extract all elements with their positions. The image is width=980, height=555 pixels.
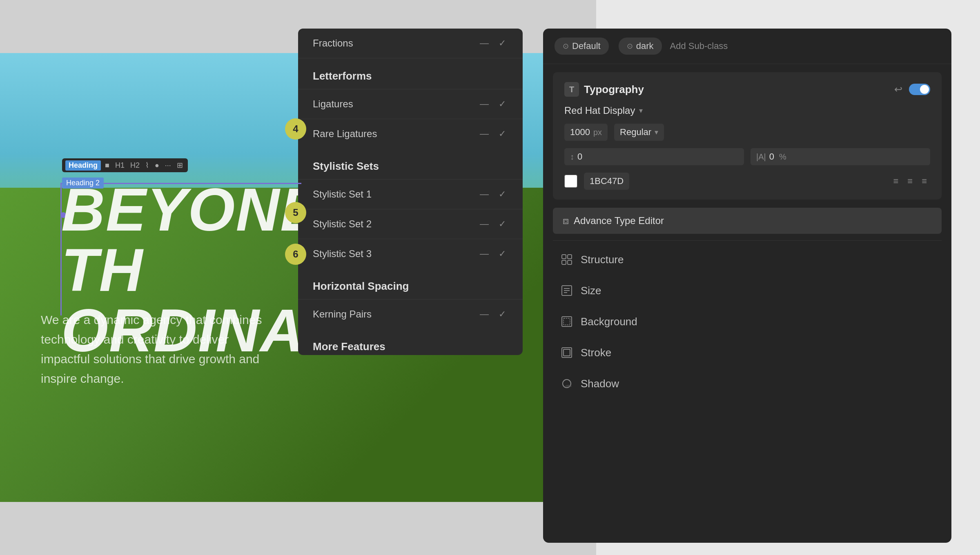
element-heading-tag: Heading 2 (62, 178, 104, 189)
kerning-pairs-item[interactable]: Kerning Pairs — ✓ (298, 299, 523, 329)
sidebar-item-stroke[interactable]: Stroke (553, 337, 942, 368)
fractions-minus[interactable]: — (479, 38, 490, 49)
svg-rect-3 (568, 260, 572, 264)
font-size-unit: px (593, 128, 602, 137)
stylistic-set-2-label: Stylistic Set 2 (313, 218, 479, 230)
add-subclass-button[interactable]: Add Sub-class (670, 41, 728, 51)
spacing-row: ↕ 0 |A| 0 % (564, 148, 930, 165)
stylistic-set-2-item[interactable]: Stylistic Set 2 — ✓ (298, 209, 523, 239)
toolbar-heading-label: Heading (65, 160, 101, 171)
fractions-row[interactable]: Fractions — ✓ (298, 29, 523, 58)
typography-card: T Typography ↩ Red Hat Display ▾ 1000 px… (553, 72, 942, 200)
sidebar-item-size[interactable]: Size (553, 275, 942, 306)
ligatures-item[interactable]: Ligatures — ✓ (298, 89, 523, 119)
font-weight-chevron[interactable]: ▾ (655, 128, 658, 137)
fractions-label: Fractions (313, 38, 479, 49)
kerning-pairs-label: Kerning Pairs (313, 309, 479, 320)
toolbar-settings-button[interactable]: ⊞ (175, 160, 185, 171)
typography-card-header: T Typography ↩ (564, 82, 930, 97)
toolbar-style-button[interactable]: ■ (103, 160, 111, 171)
selection-left-border (60, 183, 62, 315)
ss3-minus[interactable]: — (479, 249, 490, 259)
font-name-row[interactable]: Red Hat Display ▾ (564, 105, 930, 116)
toolbar-more-button[interactable]: ··· (163, 160, 173, 171)
align-center-button[interactable]: ≡ (904, 174, 916, 188)
toolbar-h1-button[interactable]: H1 (114, 160, 126, 171)
letter-spacing-unit: % (779, 152, 786, 162)
kp-minus[interactable]: — (479, 309, 490, 320)
ss1-minus[interactable]: — (479, 189, 490, 200)
right-panel: ⊙ Default ⊙ dark Add Sub-class T Typogra… (543, 29, 951, 543)
dark-class-label: dark (636, 41, 654, 51)
svg-rect-11 (564, 349, 570, 356)
color-align-row: 1BC47D ≡ ≡ ≡ (564, 173, 930, 190)
line-height-field[interactable]: ↕ 0 (564, 148, 744, 165)
element-toolbar[interactable]: Heading ■ H1 H2 ⌇ ● ··· ⊞ (62, 158, 188, 172)
subtitle-text: We are a dynamic agency that combines te… (41, 310, 270, 388)
stroke-label: Stroke (581, 346, 611, 359)
toolbar-link-button[interactable]: ⌇ (144, 160, 151, 171)
font-name-chevron[interactable]: ▾ (639, 106, 643, 115)
feature-panel: Fractions — ✓ Letterforms Ligatures — ✓ … (298, 29, 523, 355)
letter-spacing-field[interactable]: |A| 0 % (751, 148, 930, 165)
background-label: Background (581, 315, 637, 328)
ligatures-label: Ligatures (313, 98, 479, 110)
svg-rect-1 (568, 255, 572, 259)
background-icon (559, 314, 574, 329)
svg-rect-2 (562, 260, 566, 264)
dark-class-pill[interactable]: ⊙ dark (619, 38, 662, 55)
size-label: Size (581, 284, 601, 297)
align-buttons: ≡ ≡ ≡ (890, 174, 930, 188)
stroke-icon (559, 345, 574, 360)
rare-ligatures-check[interactable]: ✓ (497, 129, 508, 139)
back-arrow-icon[interactable]: ↩ (894, 84, 902, 95)
color-swatch[interactable] (564, 175, 577, 188)
font-weight-field[interactable]: Regular ▾ (614, 124, 664, 141)
ss3-check[interactable]: ✓ (497, 249, 508, 259)
svg-rect-9 (564, 318, 570, 325)
stylistic-sets-header: Stylistic Sets (298, 149, 523, 179)
typography-title: T Typography (564, 82, 644, 97)
line-height-value: 0 (577, 151, 582, 162)
more-features-header: More Features (298, 329, 523, 355)
stylistic-set-3-label: Stylistic Set 3 (313, 248, 479, 260)
color-value[interactable]: 1BC47D (584, 173, 629, 190)
stylistic-set-1-item[interactable]: Stylistic Set 1 — ✓ (298, 179, 523, 209)
default-class-pill[interactable]: ⊙ Default (555, 38, 609, 55)
structure-icon (559, 252, 574, 267)
font-name-display: Red Hat Display (564, 105, 635, 116)
kp-check[interactable]: ✓ (497, 309, 508, 320)
align-right-button[interactable]: ≡ (918, 174, 930, 188)
advance-type-icon: ⧈ (563, 215, 569, 226)
ligatures-minus[interactable]: — (479, 99, 490, 109)
rare-ligatures-minus[interactable]: — (479, 129, 490, 139)
fractions-check[interactable]: ✓ (497, 38, 508, 49)
ligatures-check[interactable]: ✓ (497, 99, 508, 109)
ss1-check[interactable]: ✓ (497, 189, 508, 200)
rare-ligatures-label: Rare Ligatures (313, 128, 479, 140)
stylistic-set-3-item[interactable]: Stylistic Set 3 — ✓ (298, 239, 523, 269)
class-selector-row: ⊙ Default ⊙ dark Add Sub-class (543, 29, 951, 64)
rare-ligatures-item[interactable]: Rare Ligatures — ✓ (298, 119, 523, 149)
shadow-icon (559, 376, 574, 391)
advance-type-editor-button[interactable]: ⧈ Advance Type Editor (553, 208, 942, 234)
svg-rect-0 (562, 255, 566, 259)
align-left-button[interactable]: ≡ (890, 174, 902, 188)
font-size-field[interactable]: 1000 px (564, 124, 608, 141)
ss2-minus[interactable]: — (479, 219, 490, 229)
font-size-row: 1000 px Regular ▾ (564, 124, 930, 141)
default-class-label: Default (572, 41, 601, 51)
font-weight-value: Regular (620, 127, 651, 138)
divider-1 (553, 240, 942, 241)
ss2-check[interactable]: ✓ (497, 219, 508, 229)
structure-label: Structure (581, 253, 624, 266)
line-height-icon: ↕ (570, 152, 574, 162)
toolbar-style-circle[interactable]: ● (153, 160, 161, 171)
sidebar-item-structure[interactable]: Structure (553, 244, 942, 275)
typography-toggle[interactable] (909, 84, 930, 95)
step-badge-5: 5 (285, 202, 306, 223)
sidebar-section: Structure Size Background (553, 244, 942, 399)
sidebar-item-shadow[interactable]: Shadow (553, 368, 942, 399)
sidebar-item-background[interactable]: Background (553, 306, 942, 337)
toolbar-h2-button[interactable]: H2 (129, 160, 141, 171)
